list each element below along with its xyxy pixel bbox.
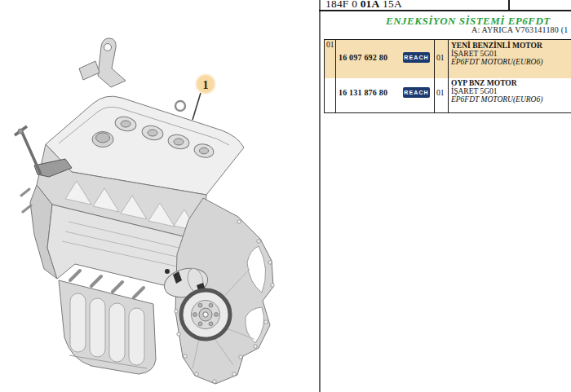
table-column-line xyxy=(434,40,436,112)
lifting-bracket-detail xyxy=(79,38,126,87)
part-number: 16 097 692 80 xyxy=(339,53,387,62)
row-description: OYP BNZ MOTOR İŞARET 5G01 EP6FDT MOTORU(… xyxy=(451,79,542,104)
description-line: EP6FDT MOTORU(EURO6) xyxy=(451,58,542,66)
page-code-suffix: 15A xyxy=(380,0,402,10)
header-cell-divider xyxy=(508,0,510,10)
engine-illustration: 1 xyxy=(0,0,319,392)
oil-pan-detail xyxy=(59,280,156,374)
part-number: 16 131 876 80 xyxy=(339,88,387,97)
page-code-prefix: 184F 0 xyxy=(325,0,361,10)
description-line: OYP BNZ MOTOR xyxy=(451,79,542,87)
panel-divider xyxy=(319,0,321,392)
parts-table: 01 16 097 692 80 REACH 01 YENİ BENZİNLİ … xyxy=(324,39,571,113)
flywheel-detail xyxy=(181,290,230,339)
description-line: İŞARET 5G01 xyxy=(451,87,542,95)
row-description: YENİ BENZİNLİ MOTOR İŞARET 5G01 EP6FDT M… xyxy=(451,42,542,66)
page-code-bold: 01A xyxy=(361,0,380,10)
table-column-line xyxy=(448,40,449,112)
row-quantity: 01 xyxy=(436,54,445,62)
description-line: YENİ BENZİNLİ MOTOR xyxy=(451,42,542,50)
row-ref: 01 xyxy=(326,41,334,49)
callout-number: 1 xyxy=(203,79,209,91)
callout-leader-line xyxy=(193,93,201,120)
section-note: A: AYRICA V763141180 (1 xyxy=(471,25,568,34)
parts-catalog-page: 1 184F 0 01A 15A ENJEKSİYON SİSTEMİ EP6F… xyxy=(0,0,571,392)
reach-badge[interactable]: REACH xyxy=(403,87,430,98)
description-line: EP6FDT MOTORU(EURO6) xyxy=(451,95,542,104)
page-code: 184F 0 01A 15A xyxy=(325,0,402,11)
table-column-line xyxy=(335,40,337,112)
description-line: İŞARET 5G01 xyxy=(451,50,542,58)
reach-badge[interactable]: REACH xyxy=(403,52,430,63)
row-quantity: 01 xyxy=(436,89,445,97)
callout-1[interactable]: 1 xyxy=(195,73,217,95)
